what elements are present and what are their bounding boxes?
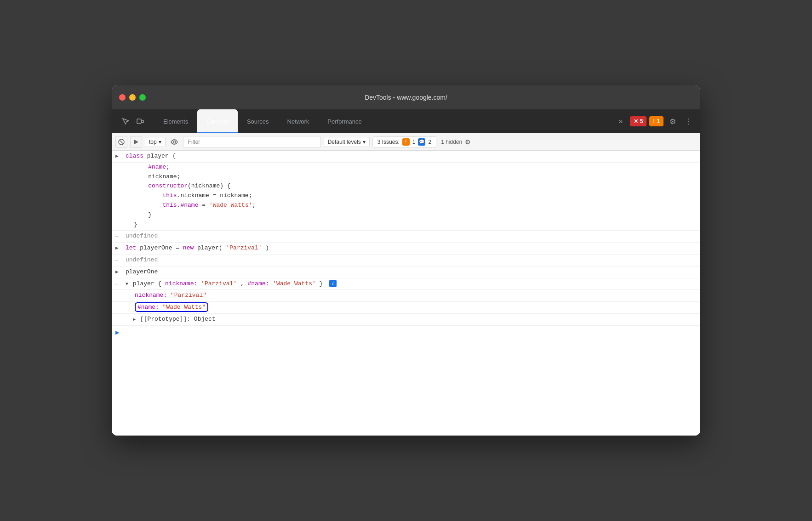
maximize-button[interactable] (139, 94, 146, 101)
context-selector[interactable]: top ▾ (145, 137, 166, 147)
console-content: ▶ class player { #name; nickname; constr… (112, 151, 700, 436)
prompt-symbol: ▶ (115, 328, 119, 338)
traffic-lights (119, 94, 146, 101)
row-content: nickname: "Parzival" (134, 291, 700, 300)
tabs-right: » ✕ 5 ! 1 ⚙ ⋮ (614, 109, 697, 133)
tabs-bar: Elements Console Sources Network Perform… (112, 109, 700, 133)
devtools-window: DevTools - www.google.com/ Elements Cons… (112, 85, 700, 436)
table-row: ▶ [[Prototype]]: Object (112, 314, 700, 326)
tab-elements[interactable]: Elements (154, 109, 197, 133)
hidden-count-label: 1 hidden (441, 139, 462, 145)
table-row: #name: "Wade Watts" (112, 302, 700, 314)
close-button[interactable] (119, 94, 126, 101)
output-arrow-icon: ← (115, 232, 125, 241)
minimize-button[interactable] (129, 94, 136, 101)
table-row: ▶ let playerOne = new player( 'Parzival'… (112, 243, 700, 255)
row-content: undefined (125, 255, 700, 265)
row-content: let playerOne = new player( 'Parzival' ) (125, 244, 700, 253)
log-levels-button[interactable]: Default levels ▾ (324, 137, 370, 147)
execute-script-button[interactable] (130, 136, 142, 148)
table-row: #name; nickname; constructor(nickname) {… (112, 163, 700, 231)
input-arrow-icon[interactable]: ▶ (115, 267, 125, 277)
tab-performance[interactable]: Performance (318, 109, 371, 133)
row-content: class player { (125, 152, 700, 161)
svg-point-5 (173, 141, 175, 143)
svg-marker-4 (134, 140, 138, 144)
context-label: top (149, 139, 157, 145)
row-content: ▼ player { nickname: 'Parzival' , #name:… (125, 279, 700, 289)
clear-console-button[interactable] (115, 136, 127, 148)
tab-network[interactable]: Network (278, 109, 319, 133)
table-row: ← undefined (112, 231, 700, 243)
svg-rect-0 (137, 119, 141, 124)
row-content: ▶ [[Prototype]]: Object (132, 315, 700, 324)
table-row: ▶ playerOne (112, 266, 700, 278)
levels-arrow-icon: ▾ (363, 139, 366, 145)
output-arrow-icon: ← (115, 255, 125, 265)
title-bar: DevTools - www.google.com/ (112, 85, 700, 109)
settings-button[interactable]: ⚙ (666, 115, 679, 128)
table-row: ← ▼ player { nickname: 'Parzival' , #nam… (112, 278, 700, 290)
error-x-icon: ✕ (634, 118, 638, 125)
warning-badge-button[interactable]: ! 1 (649, 116, 663, 126)
info-issue-icon: 💬 (418, 138, 425, 146)
table-row: nickname: "Parzival" (112, 290, 700, 302)
error-badge-button[interactable]: ✕ 5 (630, 116, 647, 126)
highlighted-property: #name: "Wade Watts" (135, 302, 208, 312)
warning-issue-icon: ! (402, 138, 410, 146)
tab-icon-group (115, 109, 150, 133)
input-arrow-icon[interactable]: ▶ (115, 244, 125, 253)
device-toolbar-icon[interactable] (134, 115, 147, 128)
table-row: ← undefined (112, 255, 700, 266)
info-icon[interactable]: i (329, 280, 337, 287)
inspect-element-icon[interactable] (119, 115, 132, 128)
svg-line-3 (120, 140, 123, 144)
more-menu-button[interactable]: ⋮ (682, 115, 695, 128)
output-arrow-icon: ← (115, 279, 125, 289)
svg-rect-1 (142, 120, 143, 123)
console-prompt-row[interactable]: ▶ (112, 326, 700, 340)
more-tabs-icon[interactable]: » (614, 115, 627, 128)
tab-sources[interactable]: Sources (238, 109, 278, 133)
filter-input[interactable] (183, 136, 321, 148)
table-row: ▶ class player { (112, 151, 700, 163)
issues-button[interactable]: 3 Issues: ! 1 💬 2 (372, 136, 436, 147)
console-settings-button[interactable]: ⚙ (465, 138, 471, 146)
tab-console[interactable]: Console (197, 109, 238, 133)
window-title: DevTools - www.google.com/ (365, 94, 447, 101)
expand-arrow-icon[interactable]: ▶ (115, 152, 125, 161)
row-content: undefined (125, 232, 700, 241)
warning-icon: ! (653, 118, 655, 125)
prototype-expand-icon[interactable]: ▶ (133, 317, 136, 322)
row-content: playerOne (125, 267, 700, 277)
context-arrow-icon: ▾ (159, 139, 161, 145)
eye-button[interactable] (168, 136, 180, 148)
object-expand-icon[interactable]: ▼ (126, 282, 128, 287)
row-content: #name: "Wade Watts" (134, 303, 700, 312)
console-toolbar: top ▾ Default levels ▾ 3 Issues: ! 1 💬 2… (112, 133, 700, 151)
